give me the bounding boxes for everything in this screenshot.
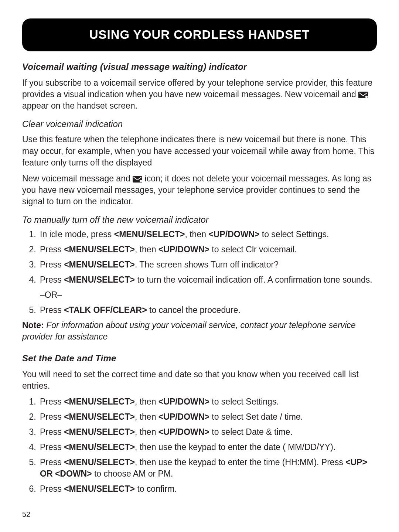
text: to cancel the procedure. bbox=[147, 305, 241, 315]
button-label: <UP/DOWN> bbox=[158, 412, 209, 422]
text: , then use the keypad to enter the time … bbox=[135, 457, 345, 467]
or-divider: –OR– bbox=[40, 289, 377, 301]
list-item: Press <MENU/SELECT>, then <UP/DOWN> to s… bbox=[38, 244, 377, 255]
svg-point-1 bbox=[365, 96, 368, 98]
instruction-list: Press <MENU/SELECT>, then <UP/DOWN> to s… bbox=[22, 396, 377, 495]
list-item: Press <MENU/SELECT>, then <UP/DOWN> to s… bbox=[38, 411, 377, 423]
button-label: <MENU/SELECT> bbox=[64, 260, 135, 269]
button-label: <MENU/SELECT> bbox=[64, 412, 135, 422]
text: , then bbox=[185, 229, 208, 239]
text: to select Set date / time. bbox=[209, 412, 303, 422]
document-page: USING YOUR CORDLESS HANDSET Voicemail wa… bbox=[0, 0, 399, 532]
text: , then bbox=[135, 412, 158, 422]
button-label: <MENU/SELECT> bbox=[64, 245, 135, 254]
button-label: <MENU/SELECT> bbox=[64, 484, 135, 494]
text: Press bbox=[40, 412, 64, 422]
instruction-list: In idle mode, press <MENU/SELECT>, then … bbox=[22, 229, 377, 316]
heading-set-date-time: Set the Date and Time bbox=[22, 352, 377, 364]
list-item: Press <MENU/SELECT>, then use the keypad… bbox=[38, 457, 377, 480]
text: Press bbox=[40, 260, 64, 269]
paragraph: New voicemail message and icon; it does … bbox=[22, 173, 377, 207]
button-label: <MENU/SELECT> bbox=[64, 457, 135, 467]
button-label: <UP/DOWN> bbox=[158, 245, 209, 254]
button-label: <MENU/SELECT> bbox=[64, 427, 135, 437]
button-label: <TALK OFF/CLEAR> bbox=[64, 305, 147, 315]
envelope-icon bbox=[133, 176, 142, 183]
text: Press bbox=[40, 305, 64, 315]
text: appear on the handset screen. bbox=[22, 101, 137, 110]
text: to select Clr voicemail. bbox=[209, 245, 297, 254]
heading-voicemail-waiting: Voicemail waiting (visual message waitin… bbox=[22, 61, 377, 73]
text: , then bbox=[135, 397, 158, 406]
text: to confirm. bbox=[135, 484, 177, 494]
button-label: <UP/DOWN> bbox=[158, 397, 209, 406]
button-label: <MENU/SELECT> bbox=[64, 442, 135, 452]
text: Press bbox=[40, 275, 64, 284]
text: to choose AM or PM. bbox=[92, 469, 173, 478]
paragraph: If you subscribe to a voicemail service … bbox=[22, 77, 377, 112]
text: Press bbox=[40, 427, 64, 437]
text: , then use the keypad to enter the date … bbox=[135, 442, 335, 452]
envelope-icon bbox=[358, 92, 368, 98]
note-text: For information about using your voicema… bbox=[22, 320, 356, 341]
section-banner: USING YOUR CORDLESS HANDSET bbox=[22, 18, 377, 51]
paragraph: Use this feature when the telephone indi… bbox=[22, 134, 377, 168]
note-label: Note: bbox=[22, 320, 44, 330]
list-item: Press <MENU/SELECT>. The screen shows Tu… bbox=[38, 259, 377, 270]
button-label: <MENU/SELECT> bbox=[64, 275, 135, 284]
list-item: Press <MENU/SELECT>, then <UP/DOWN> to s… bbox=[38, 396, 377, 407]
svg-point-3 bbox=[140, 180, 142, 182]
list-item: Press <TALK OFF/CLEAR> to cancel the pro… bbox=[38, 304, 377, 316]
text: to turn the voicemail indication off. A … bbox=[135, 275, 372, 284]
text: to select Date & time. bbox=[209, 427, 293, 437]
text: New voicemail message and bbox=[22, 174, 133, 183]
list-item: Press <MENU/SELECT>, then <UP/DOWN> to s… bbox=[38, 426, 377, 438]
text: to select Settings. bbox=[209, 397, 279, 406]
button-label: <UP/DOWN> bbox=[208, 229, 259, 239]
list-item: Press <MENU/SELECT>, then use the keypad… bbox=[38, 441, 377, 453]
list-item: Press <MENU/SELECT> to turn the voicemai… bbox=[38, 274, 377, 301]
list-item: Press <MENU/SELECT> to confirm. bbox=[38, 483, 377, 495]
heading-clear-voicemail: Clear voicemail indication bbox=[22, 118, 377, 130]
text: , then bbox=[135, 427, 158, 437]
button-label: <UP/DOWN> bbox=[158, 427, 209, 437]
text: In idle mode, press bbox=[40, 229, 114, 239]
note-paragraph: Note: For information about using your v… bbox=[22, 320, 377, 342]
text: to select Settings. bbox=[259, 229, 329, 239]
text: . The screen shows Turn off indicator? bbox=[135, 260, 279, 269]
heading-manual-turnoff: To manually turn off the new voicemail i… bbox=[22, 214, 377, 226]
button-label: <MENU/SELECT> bbox=[114, 229, 185, 239]
paragraph: You will need to set the correct time an… bbox=[22, 369, 377, 392]
text: Press bbox=[40, 442, 64, 452]
list-item: In idle mode, press <MENU/SELECT>, then … bbox=[38, 229, 377, 240]
text: Press bbox=[40, 457, 64, 467]
button-label: <MENU/SELECT> bbox=[64, 397, 135, 406]
text: Press bbox=[40, 245, 64, 254]
text: , then bbox=[135, 245, 158, 254]
text: Press bbox=[40, 484, 64, 494]
text: Press bbox=[40, 397, 64, 406]
text: If you subscribe to a voicemail service … bbox=[22, 78, 372, 99]
page-number: 52 bbox=[22, 509, 377, 519]
